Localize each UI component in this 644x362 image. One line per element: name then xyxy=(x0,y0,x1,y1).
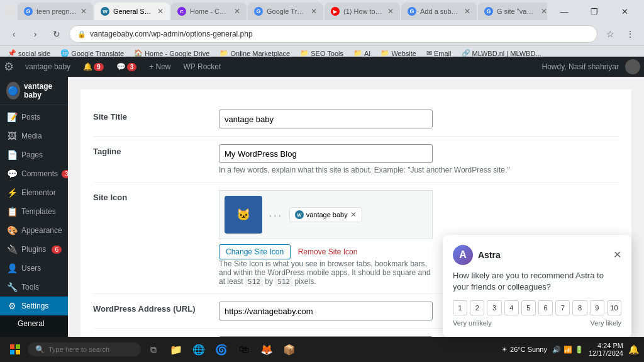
sidebar-item-plugins[interactable]: 🔌 Plugins 6 xyxy=(0,240,68,259)
scale-btn-4[interactable]: 4 xyxy=(504,300,519,315)
browser-controls xyxy=(5,6,15,16)
sidebar-item-tools[interactable]: 🔧 Tools xyxy=(0,278,68,297)
scale-btn-8[interactable]: 8 xyxy=(572,300,587,315)
tray-icon-1[interactable]: 🔊 xyxy=(552,346,561,354)
sidebar-tools-label: Tools xyxy=(21,283,39,291)
notification-button[interactable]: 🔔 xyxy=(628,344,639,354)
tab7-label: G site "vantageba... xyxy=(497,8,537,15)
site-title-input[interactable] xyxy=(219,110,433,128)
browser-tab-7[interactable]: G G site "vantageba... ✕ xyxy=(478,3,547,20)
astra-scale: 1 2 3 4 5 6 7 8 9 10 xyxy=(453,300,621,315)
adminbar-avatar xyxy=(625,59,640,74)
sidebar-item-comments[interactable]: 💬 Comments 3 xyxy=(0,164,68,183)
sidebar-item-settings[interactable]: ⚙ Settings xyxy=(0,297,68,315)
scale-btn-10[interactable]: 10 xyxy=(607,300,621,315)
tab1-close[interactable]: ✕ xyxy=(80,7,87,16)
astra-question: How likely are you to recommend Astra to… xyxy=(453,270,621,293)
tab5-close[interactable]: ✕ xyxy=(387,7,394,16)
sidebar-posts-label: Posts xyxy=(21,113,40,122)
astra-brand: Astra xyxy=(478,250,501,260)
address-bar[interactable]: 🔒 vantagebaby.com/wp-admin/options-gener… xyxy=(69,25,597,43)
scale-btn-5[interactable]: 5 xyxy=(521,300,536,315)
pages-icon: 📄 xyxy=(6,150,18,160)
taskbar-search-input[interactable] xyxy=(48,346,133,353)
site-icon-svg: 🐱 xyxy=(231,202,256,227)
site-icon-hint: The Site Icon is what you see in browser… xyxy=(219,259,433,286)
back-button[interactable]: ‹ xyxy=(5,25,23,43)
adminbar-wp-rocket[interactable]: WP Rocket xyxy=(180,57,225,77)
sidebar-item-pages[interactable]: 📄 Pages xyxy=(0,145,68,164)
scale-btn-2[interactable]: 2 xyxy=(470,300,484,315)
tray-icon-3[interactable]: 🔋 xyxy=(575,346,584,354)
app-icon-6[interactable]: 📦 xyxy=(279,339,299,359)
scale-btn-9[interactable]: 9 xyxy=(590,300,604,315)
tab2-close[interactable]: ✕ xyxy=(157,7,164,16)
maximize-button[interactable]: ❐ xyxy=(580,3,609,20)
scale-btn-1[interactable]: 1 xyxy=(453,300,467,315)
astra-close-button[interactable]: ✕ xyxy=(613,249,621,261)
reload-button[interactable]: ↻ xyxy=(48,25,65,43)
astra-popup: A Astra ✕ How likely are you to recommen… xyxy=(443,235,631,337)
browser-menu-button[interactable]: ⋮ xyxy=(621,25,639,43)
taskbar-search-box[interactable]: 🔍 xyxy=(28,342,141,356)
sidebar-item-users[interactable]: 👤 Users xyxy=(0,259,68,278)
sidebar-item-appearance[interactable]: 🎨 Appearance xyxy=(0,221,68,240)
start-button[interactable] xyxy=(5,339,25,359)
sidebar-media-label: Media xyxy=(21,132,42,140)
firefox-icon[interactable]: 🦊 xyxy=(257,339,277,359)
adminbar-updates-notif[interactable]: 💬 3 xyxy=(113,57,141,77)
astra-logo: A xyxy=(453,245,473,265)
bookmark-star-button[interactable]: ☆ xyxy=(601,25,619,43)
store-icon[interactable]: 🛍 xyxy=(234,339,254,359)
wp-address-input[interactable] xyxy=(219,302,433,320)
tab4-label: Google Translat... xyxy=(267,8,307,15)
tab-close-icon[interactable]: ✕ xyxy=(350,210,357,219)
browser-tab-3[interactable]: C Home - Canva ✕ xyxy=(171,3,247,20)
taskbar: 🔍 ⧉ 📁 🌐 🌀 🛍 🦊 📦 ☀ 26°C Sunny 🔊 📶 🔋 4:24 … xyxy=(0,337,644,362)
system-tray: 🔊 📶 🔋 xyxy=(552,346,584,354)
site-icon-preview: 🐱 ··· W vantage baby ✕ xyxy=(219,190,433,239)
tab7-close[interactable]: ✕ xyxy=(541,7,547,16)
minimize-button[interactable]: — xyxy=(550,3,579,20)
clock[interactable]: 4:24 PM 12/17/2024 xyxy=(589,342,623,357)
browser-tab-1[interactable]: G teen pregnanc... ✕ xyxy=(18,3,93,20)
browser-tab-5[interactable]: ▶ (1) How to Cha... ✕ xyxy=(325,3,400,20)
explorer-icon[interactable]: 📁 xyxy=(166,339,186,359)
close-window-button[interactable]: ✕ xyxy=(610,3,639,20)
adminbar-comments-notif[interactable]: 🔔 9 xyxy=(79,57,108,77)
change-site-icon-button[interactable]: Change Site Icon xyxy=(219,244,291,259)
tab1-label: teen pregnanc... xyxy=(36,8,77,15)
taskview-button[interactable]: ⧉ xyxy=(143,339,164,359)
tab3-close[interactable]: ✕ xyxy=(234,7,240,16)
edge-icon[interactable]: 🌀 xyxy=(211,339,231,359)
browser-tab-2[interactable]: W General Settin... ✕ xyxy=(94,3,170,20)
chrome-icon[interactable]: 🌐 xyxy=(189,339,209,359)
forward-button[interactable]: › xyxy=(26,25,44,43)
site-icon: 🔵 xyxy=(6,82,20,99)
sidebar-item-elementor[interactable]: ⚡ Elementor xyxy=(0,183,68,202)
browser-tab-6[interactable]: G Add a subheadi... ✕ xyxy=(401,3,477,20)
sidebar-item-templates[interactable]: 📋 Templates xyxy=(0,202,68,221)
adminbar-site-name[interactable]: vantage baby xyxy=(21,57,74,77)
sidebar-elementor-label: Elementor xyxy=(21,188,56,197)
bookmark-label: Google Translate xyxy=(71,50,124,57)
wp-address-label: WordPress Address (URL) xyxy=(93,302,219,314)
submenu-general[interactable]: General xyxy=(0,315,68,332)
scale-btn-3[interactable]: 3 xyxy=(487,300,501,315)
browser-tab-4[interactable]: G Google Translat... ✕ xyxy=(248,3,323,20)
bookmark-label: Home - Google Drive xyxy=(145,50,209,57)
sidebar-item-media[interactable]: 🖼 Media xyxy=(0,127,68,145)
tagline-input[interactable] xyxy=(219,144,433,163)
adminbar-new-button[interactable]: + New xyxy=(145,57,174,77)
tab6-close[interactable]: ✕ xyxy=(464,7,470,16)
sidebar-item-posts[interactable]: 📝 Posts xyxy=(0,108,68,127)
sidebar-comments-label: Comments xyxy=(21,169,58,178)
site-icon-dots: ··· xyxy=(269,208,283,222)
tab4-close[interactable]: ✕ xyxy=(311,7,317,16)
scale-btn-7[interactable]: 7 xyxy=(555,300,570,315)
scale-btn-6[interactable]: 6 xyxy=(538,300,553,315)
remove-site-icon-button[interactable]: Remove Site Icon xyxy=(298,247,358,256)
tray-icon-2[interactable]: 📶 xyxy=(564,346,572,354)
adminbar-howdy[interactable]: Howdy, Nasif shahriyar xyxy=(538,57,623,77)
close-icon[interactable] xyxy=(5,6,15,16)
